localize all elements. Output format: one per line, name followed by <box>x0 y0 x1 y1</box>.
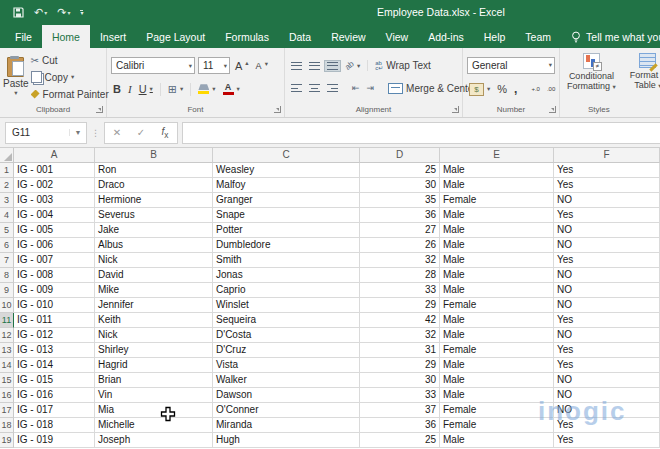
cell-f9[interactable]: NO <box>554 283 660 298</box>
formula-input[interactable] <box>182 122 660 144</box>
cell-a8[interactable]: IG - 008 <box>14 268 95 283</box>
cell-b1[interactable]: Ron <box>95 163 213 178</box>
cell-e19[interactable]: Male <box>440 433 554 448</box>
name-box[interactable]: G11 ▼ <box>5 122 87 144</box>
row-header-4[interactable]: 4 <box>0 208 14 223</box>
decrease-decimal-button[interactable]: .00 <box>545 85 557 93</box>
row-header-1[interactable]: 1 <box>0 163 14 178</box>
align-right-button[interactable] <box>325 83 340 93</box>
row-header-18[interactable]: 18 <box>0 418 14 433</box>
cell-a18[interactable]: IG - 018 <box>14 418 95 433</box>
font-color-button[interactable]: A▾ <box>221 82 242 96</box>
save-icon[interactable] <box>13 7 24 18</box>
cell-a5[interactable]: IG - 005 <box>14 223 95 238</box>
cell-d4[interactable]: 36 <box>360 208 440 223</box>
row-header-6[interactable]: 6 <box>0 238 14 253</box>
enter-button[interactable]: ✓ <box>129 127 153 138</box>
alignment-dialog-launcher[interactable] <box>452 106 459 113</box>
column-header-f[interactable]: F <box>554 148 660 163</box>
tab-help[interactable]: Help <box>474 25 516 48</box>
cell-b4[interactable]: Severus <box>95 208 213 223</box>
cell-d9[interactable]: 33 <box>360 283 440 298</box>
cell-d2[interactable]: 30 <box>360 178 440 193</box>
cell-d11[interactable]: 42 <box>360 313 440 328</box>
cell-b7[interactable]: Nick <box>95 253 213 268</box>
cell-b18[interactable]: Michelle <box>95 418 213 433</box>
cancel-button[interactable]: ✕ <box>105 127 129 138</box>
tab-review[interactable]: Review <box>321 25 375 48</box>
cell-d12[interactable]: 32 <box>360 328 440 343</box>
name-box-dropdown-arrow[interactable]: ▼ <box>69 129 86 136</box>
cell-e11[interactable]: Male <box>440 313 554 328</box>
cell-e6[interactable]: Male <box>440 238 554 253</box>
tab-page-layout[interactable]: Page Layout <box>136 25 215 48</box>
cell-c16[interactable]: Dawson <box>213 388 360 403</box>
cell-e1[interactable]: Male <box>440 163 554 178</box>
cell-b11[interactable]: Keith <box>95 313 213 328</box>
cell-c7[interactable]: Smith <box>213 253 360 268</box>
cell-b12[interactable]: Nick <box>95 328 213 343</box>
cell-f12[interactable]: NO <box>554 328 660 343</box>
cell-b14[interactable]: Hagrid <box>95 358 213 373</box>
cell-c12[interactable]: D'Costa <box>213 328 360 343</box>
cell-f8[interactable]: NO <box>554 268 660 283</box>
orientation-button[interactable]: ab▾ <box>343 60 362 71</box>
cell-c5[interactable]: Potter <box>213 223 360 238</box>
decrease-indent-button[interactable]: ⇤ <box>350 82 362 94</box>
cell-d10[interactable]: 29 <box>360 298 440 313</box>
tab-team[interactable]: Team <box>515 25 561 48</box>
cell-b6[interactable]: Albus <box>95 238 213 253</box>
cell-a7[interactable]: IG - 007 <box>14 253 95 268</box>
number-format-combo[interactable]: General▾ <box>467 57 555 74</box>
align-center-button[interactable] <box>307 83 322 93</box>
cell-e8[interactable]: Male <box>440 268 554 283</box>
row-header-8[interactable]: 8 <box>0 268 14 283</box>
cell-b9[interactable]: Mike <box>95 283 213 298</box>
cell-c8[interactable]: Jonas <box>213 268 360 283</box>
decrease-font-size-button[interactable]: A▾ <box>254 60 270 72</box>
underline-button[interactable]: U▾ <box>137 82 155 96</box>
cell-d14[interactable]: 29 <box>360 358 440 373</box>
cell-f4[interactable]: Yes <box>554 208 660 223</box>
cell-c10[interactable]: Winslet <box>213 298 360 313</box>
cell-e14[interactable]: Male <box>440 358 554 373</box>
cell-d16[interactable]: 33 <box>360 388 440 403</box>
cell-a15[interactable]: IG - 015 <box>14 373 95 388</box>
cell-b2[interactable]: Draco <box>95 178 213 193</box>
cell-c2[interactable]: Malfoy <box>213 178 360 193</box>
wrap-text-button[interactable]: abc↵ Wrap Text <box>373 59 433 72</box>
cell-b16[interactable]: Vin <box>95 388 213 403</box>
row-header-3[interactable]: 3 <box>0 193 14 208</box>
cell-a13[interactable]: IG - 013 <box>14 343 95 358</box>
cell-c11[interactable]: Sequeira <box>213 313 360 328</box>
cell-d19[interactable]: 25 <box>360 433 440 448</box>
cell-b3[interactable]: Hermione <box>95 193 213 208</box>
row-header-19[interactable]: 19 <box>0 433 14 448</box>
increase-indent-button[interactable]: ⇥ <box>365 82 377 94</box>
cell-a16[interactable]: IG - 016 <box>14 388 95 403</box>
number-dialog-launcher[interactable] <box>549 106 556 113</box>
cell-b5[interactable]: Jake <box>95 223 213 238</box>
tab-home[interactable]: Home <box>42 25 90 48</box>
cell-d5[interactable]: 27 <box>360 223 440 238</box>
cell-f16[interactable]: NO <box>554 388 660 403</box>
column-header-c[interactable]: C <box>213 148 360 163</box>
align-bottom-button[interactable] <box>325 61 340 71</box>
paste-button[interactable]: Paste ▾ <box>3 50 29 104</box>
cell-e2[interactable]: Male <box>440 178 554 193</box>
cell-a1[interactable]: IG - 001 <box>14 163 95 178</box>
cell-a2[interactable]: IG - 002 <box>14 178 95 193</box>
cell-f19[interactable]: Yes <box>554 433 660 448</box>
cell-f7[interactable]: Yes <box>554 253 660 268</box>
cell-a10[interactable]: IG - 010 <box>14 298 95 313</box>
italic-button[interactable]: I <box>126 82 134 96</box>
font-dialog-launcher[interactable] <box>274 106 281 113</box>
cell-c9[interactable]: Caprio <box>213 283 360 298</box>
cell-c18[interactable]: Miranda <box>213 418 360 433</box>
row-header-7[interactable]: 7 <box>0 253 14 268</box>
cell-a3[interactable]: IG - 003 <box>14 193 95 208</box>
cell-d13[interactable]: 31 <box>360 343 440 358</box>
cell-c4[interactable]: Snape <box>213 208 360 223</box>
cell-c13[interactable]: D'Cruz <box>213 343 360 358</box>
row-header-14[interactable]: 14 <box>0 358 14 373</box>
